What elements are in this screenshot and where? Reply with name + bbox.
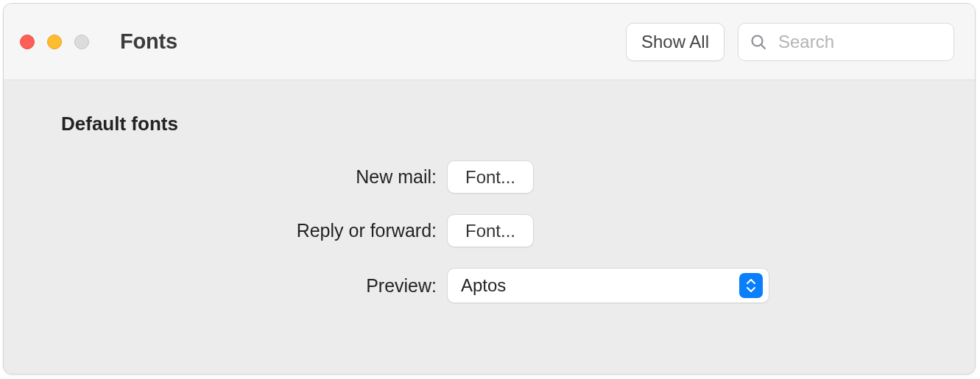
reply-forward-font-button[interactable]: Font... bbox=[447, 214, 534, 247]
zoom-window-button bbox=[74, 35, 89, 49]
window-title: Fonts bbox=[120, 29, 177, 54]
row-preview: Preview: Aptos bbox=[61, 268, 923, 303]
section-title: Default fonts bbox=[61, 113, 923, 135]
popup-arrows-icon bbox=[739, 273, 763, 298]
form-rows: New mail: Font... Reply or forward: Font… bbox=[61, 160, 923, 303]
new-mail-label: New mail: bbox=[61, 166, 447, 188]
search-field-wrap bbox=[738, 23, 954, 61]
content-area: Default fonts New mail: Font... Reply or… bbox=[4, 80, 975, 374]
show-all-button[interactable]: Show All bbox=[626, 23, 725, 61]
preview-font-popup[interactable]: Aptos bbox=[447, 268, 769, 303]
row-reply-forward: Reply or forward: Font... bbox=[61, 214, 923, 247]
preview-label: Preview: bbox=[61, 275, 447, 297]
traffic-lights bbox=[20, 35, 89, 49]
preview-font-value: Aptos bbox=[461, 275, 739, 296]
reply-forward-label: Reply or forward: bbox=[61, 220, 447, 241]
row-new-mail: New mail: Font... bbox=[61, 160, 923, 194]
search-input[interactable] bbox=[738, 23, 954, 61]
new-mail-font-button[interactable]: Font... bbox=[447, 160, 534, 194]
preferences-window: Fonts Show All Default fonts New mail: F… bbox=[3, 3, 976, 375]
minimize-window-button[interactable] bbox=[47, 35, 62, 49]
titlebar: Fonts Show All bbox=[4, 4, 975, 80]
close-window-button[interactable] bbox=[20, 35, 35, 49]
